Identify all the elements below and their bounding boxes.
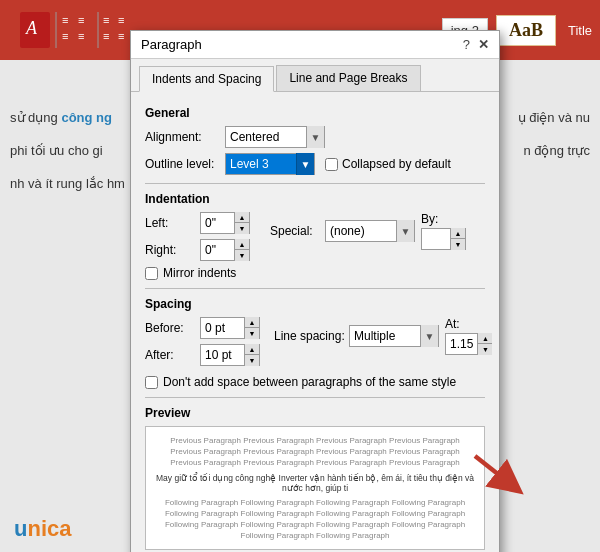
preview-section-label: Preview: [145, 406, 485, 420]
spacing-right-col: Line spacing: Multiple ▼ At: 1.15 ▲ ▼: [274, 317, 490, 360]
svg-text:≡: ≡: [103, 14, 109, 26]
before-up[interactable]: ▲: [245, 317, 259, 328]
after-down[interactable]: ▼: [245, 355, 259, 366]
spacing-divider: [145, 397, 485, 398]
by-spinner-btns: ▲ ▼: [450, 228, 465, 250]
general-divider: [145, 183, 485, 184]
mirror-indents-row: Mirror indents: [145, 266, 485, 280]
ribbon-title-label: Title: [568, 23, 592, 38]
svg-text:≡: ≡: [118, 14, 124, 26]
left-up[interactable]: ▲: [235, 212, 249, 223]
line-spacing-combo[interactable]: Multiple ▼: [349, 325, 439, 347]
at-spinner[interactable]: 1.15 ▲ ▼: [445, 333, 490, 355]
by-spinner[interactable]: ▲ ▼: [421, 228, 466, 250]
collapsed-checkbox[interactable]: [325, 158, 338, 171]
before-spinner[interactable]: 0 pt ▲ ▼: [200, 317, 260, 339]
special-combo[interactable]: (none) ▼: [325, 220, 415, 242]
dialog-help-icon[interactable]: ?: [463, 37, 470, 52]
alignment-value: Centered: [226, 130, 306, 144]
svg-text:≡: ≡: [118, 30, 124, 42]
left-down[interactable]: ▼: [235, 223, 249, 234]
indentation-right-col: Special: (none) ▼ By: ▲ ▼: [270, 212, 476, 255]
by-label: By:: [421, 212, 476, 226]
after-spinner[interactable]: 10 pt ▲ ▼: [200, 344, 260, 366]
svg-text:≡: ≡: [62, 14, 68, 26]
indentation-left-col: Left: 0" ▲ ▼ Right: 0" ▲: [145, 212, 250, 266]
ribbon-tools: A ≡ ≡ ≡ ≡ ≡ ≡ ≡ ≡: [8, 5, 148, 55]
alignment-label: Alignment:: [145, 130, 225, 144]
spacing-left-col: Before: 0 pt ▲ ▼ After: 10 pt ▲: [145, 317, 260, 371]
right-spinner[interactable]: 0" ▲ ▼: [200, 239, 250, 261]
at-spinner-btns: ▲ ▼: [477, 333, 492, 355]
by-down[interactable]: ▼: [451, 239, 465, 250]
after-up[interactable]: ▲: [245, 344, 259, 355]
by-area: By: ▲ ▼: [421, 212, 476, 250]
tab-line-page-breaks[interactable]: Line and Page Breaks: [276, 65, 420, 91]
red-arrow: [462, 445, 532, 500]
right-up[interactable]: ▲: [235, 239, 249, 250]
at-label: At:: [445, 317, 490, 331]
preview-next-text: Following Paragraph Following Paragraph …: [154, 497, 476, 542]
line-spacing-label: Line spacing:: [274, 329, 349, 343]
preview-prev-text: Previous Paragraph Previous Paragraph Pr…: [154, 435, 476, 469]
at-up[interactable]: ▲: [478, 333, 492, 344]
mirror-indents-checkbox[interactable]: [145, 267, 158, 280]
spacing-area: Before: 0 pt ▲ ▼ After: 10 pt ▲: [145, 317, 485, 371]
svg-text:≡: ≡: [62, 30, 68, 42]
before-row: Before: 0 pt ▲ ▼: [145, 317, 260, 339]
svg-text:≡: ≡: [103, 30, 109, 42]
at-down[interactable]: ▼: [478, 344, 492, 355]
collapsed-row: Collapsed by default: [325, 157, 451, 171]
ribbon-icons-svg: A ≡ ≡ ≡ ≡ ≡ ≡ ≡ ≡: [18, 8, 138, 52]
after-label: After:: [145, 348, 200, 362]
left-indent-row: Left: 0" ▲ ▼: [145, 212, 250, 234]
tab-indents-spacing[interactable]: Indents and Spacing: [139, 66, 274, 92]
after-spinner-btns: ▲ ▼: [244, 344, 259, 366]
special-row: Special: (none) ▼ By: ▲ ▼: [270, 212, 476, 250]
outline-row: Outline level: Level 3 ▼ Collapsed by de…: [145, 153, 485, 175]
line-spacing-arrow[interactable]: ▼: [420, 325, 438, 347]
right-indent-row: Right: 0" ▲ ▼: [145, 239, 250, 261]
special-value: (none): [326, 224, 396, 238]
svg-line-13: [475, 456, 517, 489]
alignment-arrow[interactable]: ▼: [306, 126, 324, 148]
dont-add-row: Don't add space between paragraphs of th…: [145, 375, 485, 389]
dialog-controls: ? ✕: [463, 37, 489, 52]
right-down[interactable]: ▼: [235, 250, 249, 261]
special-arrow[interactable]: ▼: [396, 220, 414, 242]
outline-label: Outline level:: [145, 157, 225, 171]
svg-text:≡: ≡: [78, 30, 84, 42]
outline-combo[interactable]: Level 3 ▼: [225, 153, 315, 175]
special-label: Special:: [270, 224, 325, 238]
left-spinner[interactable]: 0" ▲ ▼: [200, 212, 250, 234]
unica-logo: unica: [14, 516, 72, 542]
mirror-indents-label: Mirror indents: [163, 266, 236, 280]
before-down[interactable]: ▼: [245, 328, 259, 339]
dont-add-label: Don't add space between paragraphs of th…: [163, 375, 456, 389]
dialog-titlebar: Paragraph ? ✕: [131, 31, 499, 59]
right-value: 0": [201, 243, 234, 257]
by-up[interactable]: ▲: [451, 228, 465, 239]
alignment-row: Alignment: Centered ▼: [145, 126, 485, 148]
before-label: Before:: [145, 321, 200, 335]
alignment-combo[interactable]: Centered ▼: [225, 126, 325, 148]
general-section-label: General: [145, 106, 485, 120]
after-value: 10 pt: [201, 348, 244, 362]
dialog-body: General Alignment: Centered ▼ Outline le…: [131, 92, 499, 552]
paragraph-dialog: Paragraph ? ✕ Indents and Spacing Line a…: [130, 30, 500, 552]
at-value: 1.15: [446, 337, 477, 351]
left-value: 0": [201, 216, 234, 230]
left-label: Left:: [145, 216, 200, 230]
dont-add-checkbox[interactable]: [145, 376, 158, 389]
preview-main-text: May giữ tổ tối dụng công nghệ Inverter v…: [154, 473, 476, 493]
right-label: Right:: [145, 243, 200, 257]
right-spinner-btns: ▲ ▼: [234, 239, 249, 261]
dialog-close-icon[interactable]: ✕: [478, 37, 489, 52]
doc-right-text: ụ điện và nu n động trực: [518, 110, 590, 158]
left-spinner-btns: ▲ ▼: [234, 212, 249, 234]
spacing-section-label: Spacing: [145, 297, 485, 311]
line-spacing-value: Multiple: [350, 329, 420, 343]
before-spinner-btns: ▲ ▼: [244, 317, 259, 339]
collapsed-label: Collapsed by default: [342, 157, 451, 171]
outline-arrow[interactable]: ▼: [296, 153, 314, 175]
